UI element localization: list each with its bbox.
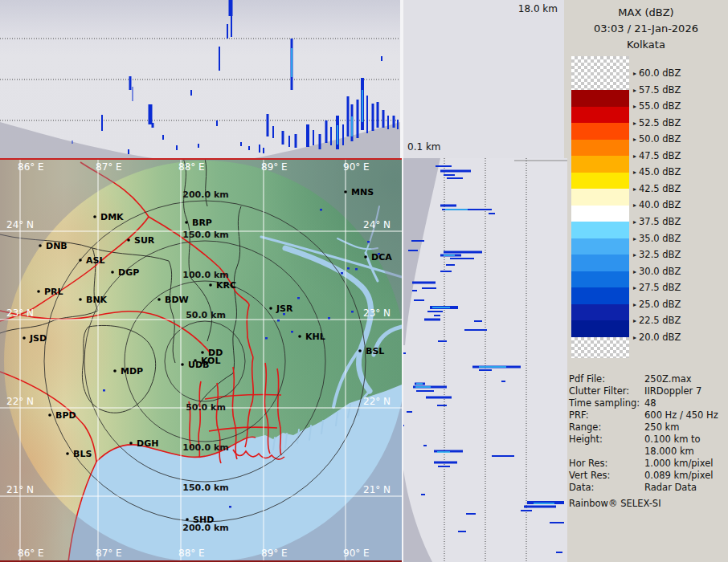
- echo-streak: [128, 149, 129, 154]
- echo-streak: [319, 134, 321, 149]
- echo-streak: [347, 96, 350, 136]
- metadata-label: Height:: [569, 434, 603, 445]
- radar-echoes-vertical: [72, 0, 399, 154]
- city-label-SHD: SHD: [193, 515, 214, 525]
- echo-speck: [351, 311, 354, 313]
- legend-band: [571, 123, 629, 140]
- metadata-row: Height:0.100 km to: [569, 434, 726, 445]
- echo-core: [437, 451, 450, 453]
- threshold-value: 27.5 dBZ: [639, 282, 681, 293]
- echo-speck: [347, 267, 350, 270]
- echo-streak: [295, 134, 297, 148]
- echo-speck: [341, 272, 343, 275]
- dbz-threshold-label: ▸52.5 dBZ: [633, 117, 681, 128]
- radar-map: 86° E86° E87° E87° E88° E88° E89° E89° E…: [0, 158, 402, 562]
- city-dot-DGP: [111, 271, 114, 274]
- echo-streak: [437, 405, 447, 406]
- longitude-label: 87° E: [96, 161, 122, 173]
- threshold-arrow-icon: ▸: [633, 87, 636, 94]
- echo-streak: [501, 381, 505, 382]
- coverage-limit-wedge-left: [0, 122, 153, 158]
- echo-streak: [416, 390, 434, 392]
- legend-band-transparent: [571, 56, 629, 90]
- metadata-value: 48: [644, 397, 656, 409]
- legend-band: [571, 287, 629, 304]
- city-label-DGH: DGH: [137, 438, 158, 449]
- echo-core: [337, 125, 338, 145]
- metadata-value: 250 km: [644, 422, 679, 433]
- echo-streak: [152, 123, 154, 128]
- city-label-JSR: JSR: [276, 303, 293, 314]
- city-dot-ASL: [79, 259, 82, 262]
- city-dot-BRP: [185, 221, 188, 224]
- echo-streak: [288, 136, 290, 147]
- dbz-threshold-label: ▸60.0 dBZ: [633, 67, 681, 79]
- echo-streak: [440, 170, 471, 173]
- height-axis-max-label: 18.0 km: [482, 3, 558, 14]
- dbz-threshold-label: ▸30.0 dBZ: [633, 266, 681, 277]
- right-cross-section-panel: [403, 158, 567, 562]
- city-dot-BLS: [66, 452, 69, 455]
- city-label-KRC: KRC: [216, 280, 236, 291]
- echo-streak: [438, 340, 447, 342]
- echo-speck: [291, 331, 293, 333]
- city-label-PRL: PRL: [44, 287, 63, 297]
- echo-streak: [489, 213, 495, 214]
- city-dot-MNS: [344, 190, 347, 193]
- echo-streak: [231, 14, 232, 37]
- echo-streak: [377, 102, 379, 128]
- longitude-label: 90° E: [343, 548, 370, 559]
- threshold-value: 20.0 dBZ: [639, 332, 681, 343]
- echo-streak: [438, 466, 450, 467]
- threshold-value: 22.5 dBZ: [639, 315, 681, 326]
- echo-streak: [387, 116, 389, 129]
- city-dot-DGH: [129, 442, 133, 445]
- city-dot-BNK: [79, 298, 82, 301]
- height-gridlines: [0, 39, 400, 120]
- city-dot-UDB: [181, 363, 184, 366]
- metadata-label: Range:: [569, 422, 601, 433]
- threshold-value: 42.5 dBZ: [639, 183, 681, 194]
- echo-streak: [403, 352, 406, 354]
- dbz-threshold-label: ▸35.0 dBZ: [633, 233, 681, 244]
- threshold-value: 35.0 dBZ: [639, 233, 681, 244]
- echo-streak: [434, 462, 457, 464]
- threshold-value: 30.0 dBZ: [639, 266, 681, 277]
- dbz-threshold-label: ▸45.0 dBZ: [633, 166, 681, 177]
- echo-streak: [423, 445, 427, 446]
- city-label-SUR: SUR: [134, 235, 155, 246]
- top-cross-section-panel: [0, 0, 400, 158]
- latitude-label: 23° N: [363, 307, 391, 319]
- right-cross-section-plot: [403, 158, 567, 562]
- echo-streak: [248, 146, 250, 150]
- echo-streak: [366, 96, 368, 133]
- echo-streak: [403, 425, 404, 426]
- echo-streak: [129, 76, 132, 90]
- dbz-threshold-label: ▸50.0 dBZ: [633, 133, 681, 145]
- echo-streak: [216, 120, 218, 126]
- echo-streak: [450, 258, 474, 259]
- dbz-threshold-label: ▸57.5 dBZ: [633, 84, 681, 96]
- range-ring-label: 50.0 km: [186, 402, 226, 413]
- range-ring-label: 150.0 km: [182, 483, 228, 493]
- threshold-arrow-icon: ▸: [633, 218, 636, 226]
- echo-core: [362, 90, 363, 122]
- city-dot-PRL: [37, 290, 40, 293]
- vendor-footer: Rainbow® SELEX-SI: [569, 498, 661, 509]
- echo-streak: [219, 47, 220, 71]
- echo-streak: [393, 116, 395, 128]
- metadata-row: Time sampling:48: [569, 397, 726, 409]
- city-dot-SHD: [186, 518, 189, 521]
- metadata-row: Vert Res:0.089 km/pixel: [569, 470, 726, 481]
- echo-streak: [440, 271, 452, 272]
- echo-streak: [397, 120, 399, 129]
- latitude-label: 22° N: [363, 396, 391, 407]
- metadata-label: PRF:: [569, 409, 589, 421]
- longitude-label: 90° E: [343, 161, 370, 173]
- range-ring-label: 200.0 km: [182, 189, 228, 200]
- city-label-BDW: BDW: [165, 295, 189, 305]
- range-ring-label: 150.0 km: [182, 230, 228, 240]
- echo-streak: [259, 145, 260, 153]
- echo-streak: [342, 124, 344, 145]
- city-label-ASL: ASL: [86, 255, 104, 266]
